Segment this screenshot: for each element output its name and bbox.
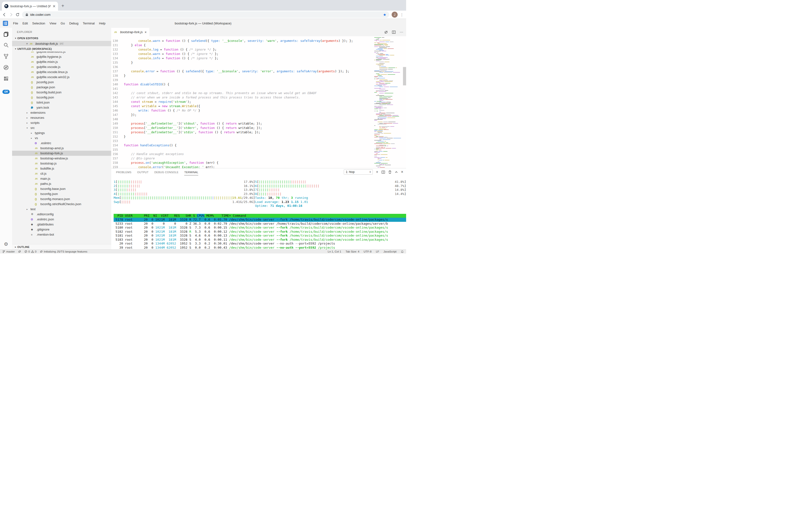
tab-close-icon[interactable]: ✕ — [53, 4, 56, 8]
tree-item[interactable]: JSgulpfile.vscode.linux.js — [12, 69, 111, 74]
code-line[interactable]: console.warn = function () { safeSend({ … — [124, 39, 406, 43]
back-icon[interactable] — [2, 13, 6, 17]
code-line[interactable]: function disableSTDIO() { — [124, 82, 406, 87]
code-line[interactable]: console.log = function () { /* ignore */… — [124, 47, 406, 52]
code-line[interactable]: // const stdout, stderr and stdin be no-… — [124, 91, 406, 95]
open-editor-item[interactable]: × JS bootstrap-fork.js src — [12, 41, 111, 46]
tree-item[interactable]: ▸vs — [12, 135, 111, 140]
code-line[interactable] — [124, 65, 406, 69]
code-line[interactable]: }); — [124, 113, 406, 117]
code-line[interactable]: write: function () { /* No OP */ } — [124, 108, 406, 113]
menu-terminal[interactable]: Terminal — [80, 21, 97, 25]
editor-scrollbar[interactable] — [403, 67, 406, 86]
code-line[interactable] — [124, 78, 406, 82]
code-line[interactable] — [124, 139, 406, 143]
htop-process-row[interactable]: 5183 root 20 0 1021M 181M 3328 S 4.0 0.6… — [114, 238, 406, 242]
tree-item[interactable]: ▸test — [12, 207, 111, 212]
language-init-status[interactable]: Initializing JS/TS language features — [40, 250, 87, 253]
tab-close-icon[interactable]: × — [144, 30, 146, 34]
tab-terminal[interactable]: TERMINAL — [184, 169, 198, 175]
tree-item[interactable]: JScli.js — [12, 171, 111, 176]
browser-tab[interactable]: bootstrap-fork.js — Untitled (W ✕ — [2, 2, 58, 11]
code-line[interactable]: process['__defineGetter__']('stdin', fun… — [124, 130, 406, 134]
tree-item[interactable]: JSmain.js — [12, 176, 111, 181]
sync-changes-icon[interactable] — [384, 30, 388, 34]
tab-size[interactable]: Tab Size: 4 — [346, 250, 359, 253]
htop-process-row[interactable]: 5180 root 20 0 1021M 181M 3328 S 7.3 0.6… — [114, 226, 406, 230]
tab-debug-console[interactable]: DEBUG CONSOLE — [154, 169, 179, 175]
avatar[interactable]: J — [392, 12, 398, 18]
encoding[interactable]: UTF-8 — [364, 250, 372, 253]
tree-item[interactable]: ≡.mention-bot — [12, 232, 111, 237]
outline-header[interactable]: ▸ OUTLINE — [12, 244, 111, 249]
menu-help[interactable]: Help — [97, 21, 108, 25]
minimap[interactable] — [374, 37, 403, 168]
tree-item[interactable]: ▸resources — [12, 115, 111, 120]
tree-item[interactable]: JSgulpfile.hygiene.js — [12, 54, 111, 59]
tree-item[interactable]: ▸typings — [12, 130, 111, 135]
htop-process-row[interactable]: 5181 root 20 0 1021M 181M 3328 S 4.6 0.6… — [114, 234, 406, 238]
git-branch-status[interactable]: master — [2, 250, 15, 253]
tree-item[interactable]: JSbootstrap-amd.js — [12, 146, 111, 151]
new-tab-button[interactable]: + — [61, 3, 64, 9]
menu-edit[interactable]: Edit — [20, 21, 30, 25]
code-line[interactable]: } — [124, 73, 406, 78]
code-line[interactable]: console.info = function () { /* ignore *… — [124, 56, 406, 60]
off-toggle-badge[interactable]: Off — [2, 90, 10, 94]
url-bar[interactable]: ide.coder.com ★ — [22, 11, 389, 18]
code-line[interactable]: process.on('uncaughtException', function… — [124, 161, 406, 165]
htop-process-row[interactable]: 5178 root 20 0 1021M 181M 3328 R 72.7 0.… — [114, 218, 406, 222]
cursor-position[interactable]: Ln 1, Col 1 — [328, 250, 341, 253]
tree-item[interactable]: ◆.gitignore — [12, 227, 111, 232]
code-line[interactable]: console.error('Uncaught Exception: ' err… — [124, 165, 406, 168]
maximize-panel-icon[interactable] — [395, 171, 398, 174]
tree-item[interactable]: {}tsconfig.json — [12, 191, 111, 196]
tree-item[interactable]: JSbootstrap-window.js — [12, 156, 111, 161]
bookmark-star-icon[interactable]: ★ — [383, 13, 388, 17]
tree-item[interactable]: JSgulpfile.vscode.win32.js — [12, 74, 111, 79]
code-line[interactable]: // Handle uncaught exceptions — [124, 152, 406, 156]
tree-item[interactable]: JSbootstrap.js — [12, 161, 111, 166]
code-line[interactable]: const writable = new stream.Writable({ — [124, 104, 406, 108]
menu-file[interactable]: File — [11, 21, 20, 25]
settings-gear-icon[interactable]: ⚙ — [4, 241, 8, 247]
tree-item[interactable]: ▾src — [12, 125, 111, 130]
forward-icon[interactable] — [9, 13, 13, 17]
code-line[interactable] — [124, 148, 406, 152]
tree-item[interactable]: {}tsconfig.build.json — [12, 90, 111, 95]
terminal-output[interactable]: 1[|||||||||||||17.8%]2[||||||||||||16.1%… — [111, 176, 406, 249]
workspace-header[interactable]: ▾ UNTITLED (WORKSPACE) — [12, 46, 111, 52]
tree-item[interactable]: .eslintrc.json — [12, 217, 111, 222]
close-icon[interactable]: × — [26, 42, 28, 46]
language-mode[interactable]: JavaScript — [383, 250, 396, 253]
code-line[interactable]: } else { — [124, 43, 406, 47]
htop-process-row[interactable]: 5233 root 20 0 0 0 0 Z 36.3 0.0 0:02.79 … — [114, 222, 406, 226]
menu-view[interactable]: View — [47, 21, 59, 25]
code-line[interactable]: console.warn = function () { /* ignore *… — [124, 52, 406, 56]
tree-item[interactable]: JSgulpfile.mixin.js — [12, 59, 111, 64]
bell-icon[interactable] — [401, 250, 404, 253]
tab-output[interactable]: OUTPUT — [137, 169, 149, 175]
code-line[interactable] — [124, 87, 406, 91]
code-line[interactable]: // @ts-ignore — [124, 156, 406, 161]
split-terminal-icon[interactable] — [381, 170, 385, 174]
eol[interactable]: LF — [376, 250, 379, 253]
extensions-icon[interactable] — [3, 76, 9, 81]
source-control-icon[interactable] — [3, 53, 9, 59]
tree-item[interactable]: ▸extensions — [12, 110, 111, 115]
tree-item[interactable]: {}tslint.json — [12, 100, 111, 105]
explorer-icon[interactable] — [3, 31, 9, 37]
sync-status[interactable] — [18, 250, 21, 253]
code-line[interactable]: console.error = function () { safeSend({… — [124, 69, 406, 73]
htop-table-header[interactable]: PID USER PRI NI VIRT RES SHR S CPU% MEM%… — [114, 214, 406, 218]
problems-status[interactable]: 0 0 — [24, 250, 37, 253]
tree-item[interactable]: JSbootstrap-fork.js — [12, 151, 111, 156]
code-content[interactable]: console.warn = function () { safeSend({ … — [124, 36, 406, 168]
tab-problems[interactable]: PROBLEMS — [116, 169, 131, 175]
code-line[interactable]: process['__defineGetter__']('stderr', fu… — [124, 126, 406, 130]
code-line[interactable]: // error when we are inside a forked pro… — [124, 95, 406, 100]
code-line[interactable]: } — [124, 60, 406, 65]
close-panel-icon[interactable]: × — [401, 170, 403, 174]
tree-item[interactable]: JSpaths.js — [12, 181, 111, 186]
htop-process-row[interactable]: 5182 root 20 0 1021M 181M 3328 R 5.3 0.6… — [114, 230, 406, 234]
